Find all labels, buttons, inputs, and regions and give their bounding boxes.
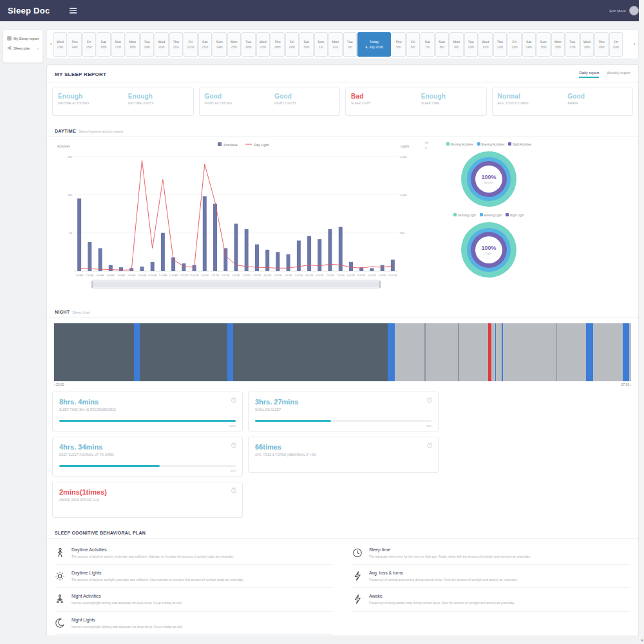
svg-text:7:00 PM: 7:00 PM	[327, 274, 334, 277]
date-chip[interactable]: Mon9th	[450, 32, 464, 57]
legend-item[interactable]: Morning Light	[453, 213, 475, 217]
date-chip[interactable]: Fri6th	[406, 32, 421, 57]
legend-item[interactable]: Evening Light	[480, 213, 502, 217]
plan-item-description: The amount of daytime activity yesterday…	[71, 554, 234, 559]
chip-day: Wed	[583, 40, 591, 44]
date-chip[interactable]: Sun24th	[213, 32, 227, 57]
legend-swatch	[480, 213, 483, 216]
chip-day: Sat	[202, 40, 207, 44]
date-chip[interactable]: Fri20th	[609, 32, 623, 57]
stat-card: 2mins(1times)AWAKE (NEW SPRING 1+2)	[52, 482, 243, 518]
chip-date: 13th	[511, 45, 518, 49]
date-chip[interactable]: Mon18th	[126, 32, 140, 57]
progress-bar-fill	[59, 420, 236, 422]
chip-date: 22nd	[187, 45, 194, 49]
date-chip[interactable]: Fri13th	[507, 32, 522, 57]
svg-text:7:30 AM: 7:30 AM	[86, 274, 93, 277]
date-chip[interactable]: Thu12th	[493, 32, 507, 57]
donut-column: ⟳ ⤓ Morning ActivitiesEvening Activities…	[434, 140, 544, 301]
carousel-next-icon[interactable]: ›	[632, 41, 636, 47]
activities-donut-chart[interactable]: 100%Activities	[461, 151, 516, 207]
chip-day: Thu	[497, 40, 503, 44]
refresh-icon[interactable]: ⟳	[425, 141, 428, 146]
date-chip[interactable]: Thu14th	[68, 32, 82, 57]
chip-date: 14th	[526, 45, 532, 49]
date-chip[interactable]: Thu19th	[594, 32, 609, 57]
date-chip[interactable]: Tue26th	[242, 32, 256, 57]
alarm-clock-icon	[231, 442, 237, 448]
plan-item-title: Daytime Lights	[71, 571, 243, 575]
sidebar-item-my-sleep-report[interactable]: My Sleep report	[6, 33, 40, 43]
date-chip[interactable]: Thu21st	[169, 32, 184, 57]
plan-column-left: Daytime ActivitiesThe amount of daytime …	[55, 542, 333, 635]
date-chip[interactable]: Sat16th	[97, 32, 111, 57]
legend-label: Morning Light	[458, 214, 475, 217]
chip-day: Sat	[526, 40, 531, 44]
night-sleep-timeline[interactable]	[54, 323, 631, 381]
date-chip[interactable]: Tue3rd	[343, 32, 357, 57]
stat-value: 66times	[255, 443, 431, 451]
svg-text:150: 150	[68, 155, 73, 158]
daytime-activity-chart[interactable]: ActivitiesLightsActivitiesDay Light50500…	[53, 140, 424, 301]
legend-item[interactable]: Morning Activities	[446, 142, 473, 146]
date-chip[interactable]: Sun17th	[111, 32, 126, 57]
progress-percentage: 100%	[229, 424, 236, 428]
chart-toolbox[interactable]: ⟳ ⤓	[425, 141, 428, 150]
date-chip[interactable]: Mon16th	[551, 32, 565, 57]
date-chip[interactable]: Tue10th	[464, 32, 478, 57]
date-chip[interactable]: Sat14th	[522, 32, 536, 57]
lights-donut-chart[interactable]: 100%Lights	[461, 222, 516, 278]
stat-label: AWAKE (NEW SPRING 1+2)	[59, 498, 236, 502]
chevron-right-icon: ›	[37, 46, 39, 50]
date-chip[interactable]: Mon2nd	[328, 32, 343, 57]
tab-daily-report[interactable]: Daily report	[579, 71, 599, 78]
meditation-icon	[55, 594, 66, 605]
page-scrollbar[interactable]: ˅	[639, 0, 644, 644]
tab-weekly-report[interactable]: Weekly report	[607, 71, 630, 78]
donut-sublabel: Lights	[486, 252, 491, 255]
stat-value: 2mins(1times)	[59, 488, 236, 496]
chip-date: 3rd	[348, 45, 352, 49]
report-icon	[7, 36, 12, 41]
chip-date: 26th	[245, 45, 252, 49]
date-chip[interactable]: Thu28th	[270, 32, 285, 57]
svg-text:7:00 AM: 7:00 AM	[75, 274, 83, 277]
activities-donut-legend: Morning ActivitiesEvening ActivitiesNigh…	[434, 142, 544, 146]
avatar[interactable]	[629, 6, 639, 15]
chip-day: Wed	[57, 40, 64, 44]
date-chip[interactable]: Fri22nd	[184, 32, 198, 57]
save-icon[interactable]: ⤓	[425, 146, 428, 150]
hamburger-menu-icon[interactable]	[70, 6, 77, 15]
scroll-down-icon: ˅	[641, 638, 643, 643]
date-chip[interactable]: Fri29th	[285, 32, 299, 57]
sidebar-item-sleep-plan[interactable]: Sleep plan ›	[6, 43, 40, 53]
date-chip[interactable]: Wed20th	[155, 32, 169, 57]
chip-day: Today	[370, 40, 379, 44]
date-chip[interactable]: Wed11th	[478, 32, 493, 57]
date-chip[interactable]: Thu5th	[392, 32, 406, 57]
legend-item[interactable]: Night Activities	[508, 142, 531, 146]
date-chip[interactable]: Wed18th	[580, 32, 594, 57]
behavioral-plan: Daytime ActivitiesThe amount of daytime …	[47, 539, 638, 638]
date-chip[interactable]: Fri15th	[82, 32, 97, 57]
date-chip[interactable]: Mon25th	[227, 32, 242, 57]
date-chip-today[interactable]: Today4, July 2018	[357, 32, 391, 57]
legend-item[interactable]: Evening Activities	[477, 142, 504, 146]
date-chip[interactable]: Tue17th	[565, 32, 580, 57]
date-chip[interactable]: Sun1st	[314, 32, 328, 57]
alarm-clock-icon	[426, 397, 433, 403]
chip-date: 9th	[454, 45, 459, 49]
date-chip[interactable]: Sun8th	[435, 32, 450, 57]
date-chip[interactable]: Sun15th	[536, 32, 551, 57]
stat-label: SLEEP TIME (8H+ IS RECOMMENDED)	[59, 408, 236, 412]
chip-day: Mon	[554, 40, 562, 44]
date-chip[interactable]: Sat23rd	[198, 32, 213, 57]
date-chip[interactable]: Sat30th	[299, 32, 314, 57]
date-chip[interactable]: Wed27th	[256, 32, 270, 57]
date-chip[interactable]: Wed13th	[53, 32, 68, 57]
date-chip[interactable]: Tue19th	[140, 32, 155, 57]
date-chip[interactable]: Sat7th	[421, 32, 435, 57]
svg-text:1:00 PM: 1:00 PM	[201, 274, 209, 277]
legend-item[interactable]: Night Light	[506, 213, 524, 217]
night-section-subtitle: Sleep chart	[72, 310, 90, 314]
